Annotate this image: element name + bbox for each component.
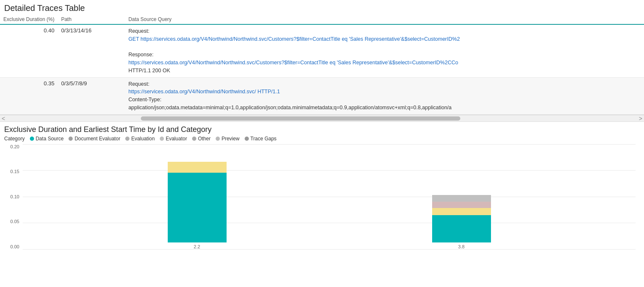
legend-dot-preview — [216, 137, 220, 141]
legend-dot-docevaluator — [69, 137, 73, 141]
legend-label-evaluation: Evaluation — [131, 136, 155, 142]
query-line: Request: — [128, 28, 149, 34]
legend-item-docevaluator: Document Evaluator — [69, 136, 120, 142]
page-title: Detailed Traces Table — [0, 0, 644, 15]
legend-label-docevaluator: Document Evaluator — [74, 136, 120, 142]
y-axis-labels: 0.20 0.15 0.10 0.05 0.00 — [4, 144, 21, 249]
legend-category-label: Category — [4, 136, 25, 142]
trace-table-wrapper: Exclusive Duration (%) Path Data Source … — [0, 15, 644, 115]
chart-legend: Category Data Source Document Evaluator … — [4, 136, 640, 142]
bar-segment-datasource-1 — [168, 173, 227, 242]
legend-dot-evaluation — [125, 137, 129, 141]
cell-query-1: Request:https://services.odata.org/V4/No… — [125, 77, 644, 114]
legend-item-tracegaps: Trace Gaps — [245, 136, 277, 142]
legend-dot-tracegaps — [245, 137, 249, 141]
cell-query-0: Request:GET https://services.odata.org/V… — [125, 24, 644, 77]
legend-label-datasource: Data Source — [36, 136, 64, 142]
chart-inner: 2.2 3.8 — [23, 144, 636, 249]
query-line: https://services.odata.org/V4/Northwind/… — [128, 60, 458, 66]
cell-path-1: 0/3/5/7/8/9 — [58, 77, 125, 114]
trace-table: Exclusive Duration (%) Path Data Source … — [0, 15, 644, 115]
bars-area: 2.2 3.8 — [23, 144, 636, 249]
scrollbar-thumb[interactable] — [141, 116, 460, 121]
query-line: https://services.odata.org/V4/Northwind/… — [128, 89, 280, 95]
bar-segment-other-2 — [432, 208, 491, 215]
scroll-left-arrow[interactable]: < — [2, 115, 5, 122]
y-label-4: 0.00 — [11, 244, 19, 249]
query-line: HTTP/1.1 200 OK — [128, 68, 170, 74]
col-header-duration: Exclusive Duration (%) — [0, 15, 58, 24]
cell-duration-1: 0.35 — [0, 77, 58, 114]
bar-segment-eval-2 — [432, 202, 491, 208]
col-header-path: Path — [58, 15, 125, 24]
cell-duration-0: 0.40 — [0, 24, 58, 77]
legend-dot-datasource — [30, 137, 34, 141]
legend-item-datasource: Data Source — [30, 136, 64, 142]
legend-label-evaluator: Evaluator — [166, 136, 187, 142]
bar-group-2: 3.8 — [432, 195, 491, 249]
bar-segment-datasource-2 — [432, 215, 491, 242]
bar-segment-tracegaps-2 — [432, 195, 491, 202]
y-label-1: 0.15 — [11, 169, 19, 174]
legend-label-preview: Preview — [222, 136, 240, 142]
y-label-2: 0.10 — [11, 194, 19, 199]
bar-xlabel-2: 3.8 — [458, 244, 465, 249]
legend-item-evaluation: Evaluation — [125, 136, 155, 142]
legend-item-other: Other — [192, 136, 211, 142]
grid-line-4 — [23, 249, 636, 250]
legend-item-preview: Preview — [216, 136, 240, 142]
horizontal-scrollbar[interactable]: < > — [0, 115, 644, 122]
chart-area: 0.20 0.15 0.10 0.05 0.00 — [4, 144, 640, 262]
query-line: GET https://services.odata.org/V4/Northw… — [128, 36, 459, 42]
bar-xlabel-1: 2.2 — [194, 244, 200, 249]
chart-title: Exclusive Duration and Earliest Start Ti… — [4, 125, 640, 134]
legend-dot-evaluator — [160, 137, 164, 141]
bar-group-1: 2.2 — [168, 162, 227, 249]
stacked-bar-1 — [168, 162, 227, 242]
y-label-0: 0.20 — [11, 144, 19, 149]
chart-section: Exclusive Duration and Earliest Start Ti… — [0, 122, 644, 262]
query-line: Response: — [128, 52, 153, 58]
stacked-bar-2 — [432, 195, 491, 242]
legend-label-other: Other — [198, 136, 211, 142]
legend-label-tracegaps: Trace Gaps — [251, 136, 277, 142]
query-line: Content-Type: — [128, 97, 161, 103]
bar-segment-other-1 — [168, 162, 227, 173]
legend-item-evaluator: Evaluator — [160, 136, 187, 142]
col-header-query: Data Source Query — [125, 15, 644, 24]
query-line: application/json;odata.metadata=minimal;… — [128, 105, 451, 111]
query-line: Request: — [128, 81, 149, 87]
scroll-right-arrow[interactable]: > — [639, 115, 642, 122]
legend-dot-other — [192, 137, 196, 141]
table-row: 0.350/3/5/7/8/9Request:https://services.… — [0, 77, 644, 114]
cell-path-0: 0/3/13/14/16 — [58, 24, 125, 77]
y-label-3: 0.05 — [11, 219, 19, 224]
table-row: 0.400/3/13/14/16Request:GET https://serv… — [0, 24, 644, 77]
